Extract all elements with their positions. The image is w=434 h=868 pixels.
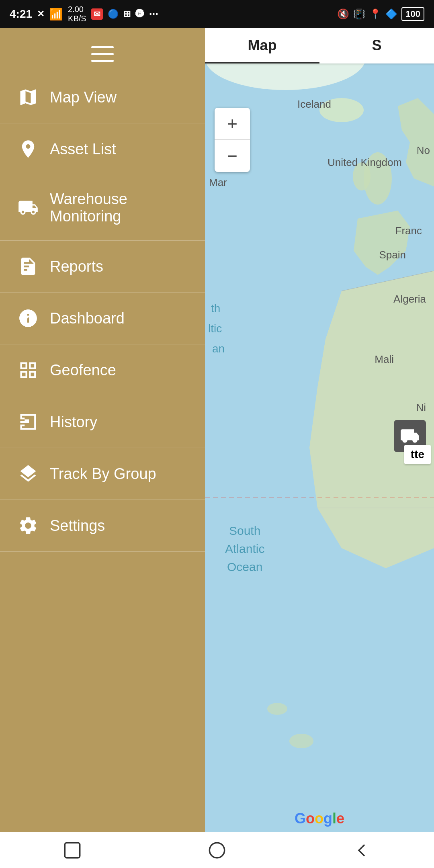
map-tooltip: tte — [404, 445, 431, 464]
warehouse-icon — [18, 197, 39, 218]
zoom-out-button[interactable]: − — [215, 140, 250, 172]
sidebar-item-reports[interactable]: Reports — [0, 241, 205, 293]
nav-circle-button[interactable] — [201, 838, 233, 862]
mar-label: Mar — [209, 176, 227, 190]
layers-icon — [18, 463, 39, 484]
spain-label: Spain — [379, 248, 406, 262]
sidebar-item-dashboard[interactable]: Dashboard — [0, 293, 205, 344]
more-icon: ··· — [149, 8, 158, 20]
sidebar-item-geofence[interactable]: Geofence — [0, 344, 205, 396]
atlantic-partial-an: an — [212, 341, 225, 356]
map-background: Iceland United Kingdom No Franc Spain Al… — [205, 63, 434, 832]
atlantic-partial-ltic: ltic — [208, 321, 222, 336]
app-icon-1: ✉ — [91, 8, 103, 20]
main-container: Map View Asset List Warehouse Monitoring — [0, 28, 434, 832]
united-kingdom-label: United Kingdom — [328, 156, 402, 170]
sidebar: Map View Asset List Warehouse Monitoring — [0, 28, 205, 832]
sidebar-item-track-by-group[interactable]: Track By Group — [0, 448, 205, 500]
svg-point-11 — [209, 843, 224, 858]
zoom-controls: + − — [215, 108, 250, 172]
settings-icon — [18, 515, 39, 536]
geofence-icon — [18, 360, 39, 381]
mute-icon: 🔇 — [337, 8, 349, 20]
france-label: Franc — [395, 224, 422, 238]
data-speed: 2.00KB/S — [68, 5, 86, 23]
hamburger-button[interactable] — [0, 36, 205, 72]
sidebar-item-dashboard-label: Dashboard — [50, 310, 125, 327]
google-logo: Google — [295, 810, 344, 827]
sidebar-item-map-view[interactable]: Map View — [0, 72, 205, 123]
location-pin-icon — [18, 139, 39, 160]
sidebar-item-asset-list[interactable]: Asset List — [0, 123, 205, 175]
sidebar-item-reports-label: Reports — [50, 258, 103, 275]
nav-back-button[interactable] — [346, 838, 378, 862]
status-right: 🔇 📳 📍 🔷 100 — [337, 7, 424, 21]
svg-point-5 — [267, 703, 287, 715]
algeria-label: Algeria — [393, 293, 426, 306]
status-bar: 4:21 ✕ 📶 2.00KB/S ✉ 🔵 ⊞ 🅐 ··· 🔇 📳 📍 🔷 10… — [0, 0, 434, 28]
sidebar-item-geofence-label: Geofence — [50, 362, 116, 379]
reports-icon — [18, 256, 39, 277]
close-icon: ✕ — [37, 9, 44, 19]
zoom-in-button[interactable]: + — [215, 108, 250, 140]
sidebar-item-asset-list-label: Asset List — [50, 141, 116, 158]
sidebar-item-settings[interactable]: Settings — [0, 500, 205, 552]
app-icon-3: ⊞ — [123, 9, 131, 19]
tab-satellite[interactable]: S — [319, 28, 434, 63]
bottom-nav-bar — [0, 832, 434, 868]
battery-display: 100 — [401, 7, 424, 21]
hamburger-icon — [91, 46, 114, 62]
ni-label: Ni — [416, 401, 426, 415]
sidebar-item-history[interactable]: History — [0, 396, 205, 448]
south-atlantic-label: SouthAtlanticOcean — [225, 522, 264, 576]
map-area[interactable]: Map S — [205, 28, 434, 832]
map-tab-bar: Map S — [205, 28, 434, 63]
sidebar-item-map-view-label: Map View — [50, 89, 117, 106]
mali-label: Mali — [375, 353, 394, 366]
iceland-label: Iceland — [297, 98, 331, 111]
app-icon-4: 🅐 — [135, 9, 144, 19]
location-icon: 📍 — [369, 8, 381, 20]
history-icon — [18, 411, 39, 432]
dashboard-icon — [18, 308, 39, 329]
bluetooth-icon: 🔷 — [385, 8, 397, 20]
no-label: No — [417, 144, 430, 158]
status-left: 4:21 ✕ 📶 2.00KB/S ✉ 🔵 ⊞ 🅐 ··· — [10, 5, 158, 23]
tab-map[interactable]: Map — [205, 28, 319, 63]
sidebar-item-warehouse-label: Warehouse Monitoring — [50, 190, 187, 225]
app-icon-2: 🔵 — [108, 9, 119, 19]
nav-square-button[interactable] — [56, 838, 88, 862]
vibrate-icon: 📳 — [353, 8, 365, 20]
sidebar-item-warehouse-monitoring[interactable]: Warehouse Monitoring — [0, 175, 205, 241]
sidebar-item-track-by-group-label: Track By Group — [50, 465, 156, 483]
sidebar-item-settings-label: Settings — [50, 517, 105, 534]
time-display: 4:21 — [10, 8, 32, 20]
map-icon — [18, 87, 39, 108]
wifi-icon: 📶 — [49, 8, 63, 21]
svg-point-6 — [289, 734, 313, 748]
atlantic-partial-th: th — [211, 301, 220, 316]
svg-rect-10 — [65, 843, 80, 858]
sidebar-item-history-label: History — [50, 414, 97, 431]
